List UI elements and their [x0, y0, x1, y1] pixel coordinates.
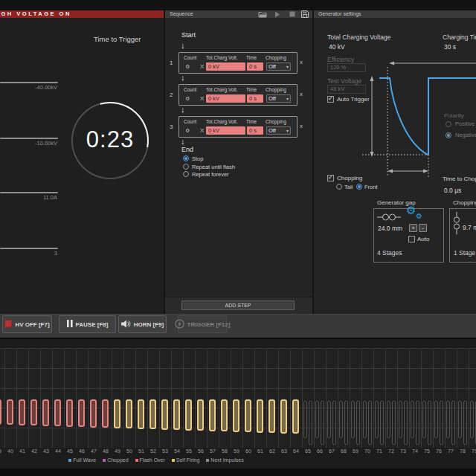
x-axis-tick-label: 62: [266, 448, 278, 454]
chopping-mode-radio[interactable]: [336, 184, 342, 190]
end-option-radio[interactable]: [183, 171, 189, 177]
sequence-flow-arrow: ↓: [181, 105, 185, 114]
x-axis-tick-label: 46: [76, 448, 88, 454]
legend-item: Self Firing: [172, 457, 200, 463]
gauge-axis-label: -10.00kV: [0, 140, 57, 147]
sphere-gap-icon: [377, 213, 402, 222]
remove-step-button[interactable]: x: [300, 123, 303, 129]
chopping-dropdown[interactable]: Off▾: [266, 94, 291, 103]
panel-divider: [164, 10, 165, 314]
gap-decrease-button[interactable]: -: [419, 224, 427, 232]
x-axis-tick-label: 75: [421, 448, 433, 454]
chopping-label: Chopping: [266, 87, 286, 92]
x-axis-tick-label: 76: [433, 448, 445, 454]
polarity-radio[interactable]: [446, 121, 451, 127]
end-option-radio[interactable]: [183, 155, 189, 161]
count-value[interactable]: 0: [186, 95, 189, 102]
x-axis-tick-label: 43: [40, 448, 52, 454]
legend-label: Next Impulses: [210, 457, 243, 463]
time-field[interactable]: 0 s: [247, 62, 263, 71]
legend-label: Flash Over: [140, 457, 165, 463]
next-impulse-slot: [332, 401, 336, 445]
impulse-bar-self-firing: [221, 399, 228, 431]
next-impulse-slot: [368, 401, 372, 445]
remove-step-button[interactable]: x: [300, 91, 303, 97]
voltage-field[interactable]: 0 kV: [206, 62, 245, 71]
chopping-mode-label: Front: [364, 184, 378, 190]
sequence-flow-arrow: ↓: [181, 137, 185, 146]
legend-label: Chopped: [107, 457, 128, 463]
count-value[interactable]: 0: [186, 127, 189, 134]
window-top-strip: [0, 0, 476, 10]
next-impulse-slot: [446, 401, 450, 438]
end-option-radio[interactable]: [183, 164, 189, 170]
gauge-axis-line: [0, 138, 58, 139]
next-impulse-slot: [440, 401, 443, 445]
voltage-field[interactable]: 0 kV: [206, 94, 245, 103]
count-value[interactable]: 0: [186, 63, 189, 70]
next-impulse-slot: [303, 401, 307, 438]
chopping-checkbox[interactable]: [327, 175, 334, 181]
x-axis-tick-label: 44: [52, 448, 64, 454]
remove-step-button[interactable]: x: [300, 59, 303, 65]
impulse-bar-flash-over: [42, 399, 49, 426]
count-label: Count: [184, 119, 196, 124]
impulse-bar-flash-over: [102, 399, 109, 428]
toolbar-button-trigger: TRIGGER [F12]: [178, 315, 227, 333]
sequence-step-index: 2: [170, 91, 173, 98]
chopping-mode-label: Tail: [344, 184, 353, 190]
gear-icon: ⚙: [406, 204, 416, 217]
impulse-bar-flash-over: [0, 399, 1, 425]
auto-trigger-checkbox[interactable]: [327, 96, 334, 103]
x-axis-tick-label: 52: [147, 448, 159, 454]
x-axis-tick-label: 68: [338, 448, 350, 454]
impulse-bar-self-firing: [114, 399, 120, 428]
voltage-field[interactable]: 0 kV: [206, 126, 245, 135]
multiply-symbol: X: [200, 95, 204, 102]
chopping-mode-radio[interactable]: [356, 184, 362, 190]
x-axis-tick-label: 47: [88, 448, 100, 454]
time-field[interactable]: 0 s: [247, 126, 263, 135]
x-axis-tick-label: 58: [219, 448, 231, 454]
gap-increase-button[interactable]: +: [409, 224, 417, 232]
time-to-chop-label: Time to Chopping: [443, 176, 476, 182]
x-axis-tick-label: 40: [4, 448, 16, 454]
chopping-dropdown[interactable]: Off▾: [266, 126, 291, 135]
x-axis-tick-label: 57: [207, 448, 219, 454]
gauge-axis-line: [0, 248, 58, 249]
toolbar-button-hv[interactable]: HV OFF [F7]: [2, 315, 52, 333]
x-axis-tick-label: 42: [28, 448, 40, 454]
impulse-bar-flash-over: [66, 399, 73, 427]
legend-label: Self Firing: [176, 457, 200, 463]
x-axis-tick-label: 72: [385, 448, 397, 454]
legend-item: Flash Over: [135, 457, 165, 463]
toolbar-button-horn[interactable]: HORN [F9]: [118, 315, 167, 333]
time-label: Time: [246, 55, 257, 60]
legend-label: Full Wave: [73, 457, 96, 463]
impulse-bar-self-firing: [197, 399, 204, 431]
chevron-down-icon: ▾: [286, 128, 289, 133]
x-axis-tick-label: 78: [457, 448, 469, 454]
toolbar-button-pause[interactable]: PAUSE [F8]: [59, 315, 116, 333]
add-step-button[interactable]: ADD STEP: [181, 300, 295, 310]
impulse-bar-flash-over: [19, 399, 25, 425]
polarity-radio[interactable]: [446, 132, 451, 138]
x-axis-tick-label: 71: [373, 448, 385, 454]
sequence-step: CountTot.Charg.Volt.TimeChopping0X0 kV0 …: [178, 52, 298, 74]
chopping-dropdown[interactable]: Off▾: [266, 62, 291, 71]
legend-item: Full Wave: [68, 457, 96, 463]
sequence-flow-arrow: ↓: [181, 41, 185, 50]
impulse-bar-self-firing: [257, 399, 263, 433]
time-field[interactable]: 0 s: [247, 94, 263, 103]
gap-auto-checkbox[interactable]: [408, 236, 415, 242]
gauge-axis-line: [0, 82, 58, 83]
high-voltage-banner-text: HIGH VOLTAGE ON: [0, 10, 71, 18]
next-impulse-slot: [309, 401, 312, 445]
time-to-trigger-label: Time to Trigger: [94, 35, 141, 43]
x-axis-tick-label: 73: [397, 448, 409, 454]
next-impulse-slot: [380, 401, 384, 445]
generator-gap-stages: 4 Stages: [377, 249, 402, 257]
x-axis-tick-label: 54: [171, 448, 183, 454]
x-axis-tick-label: 74: [409, 448, 421, 454]
panel-divider: [312, 10, 314, 314]
